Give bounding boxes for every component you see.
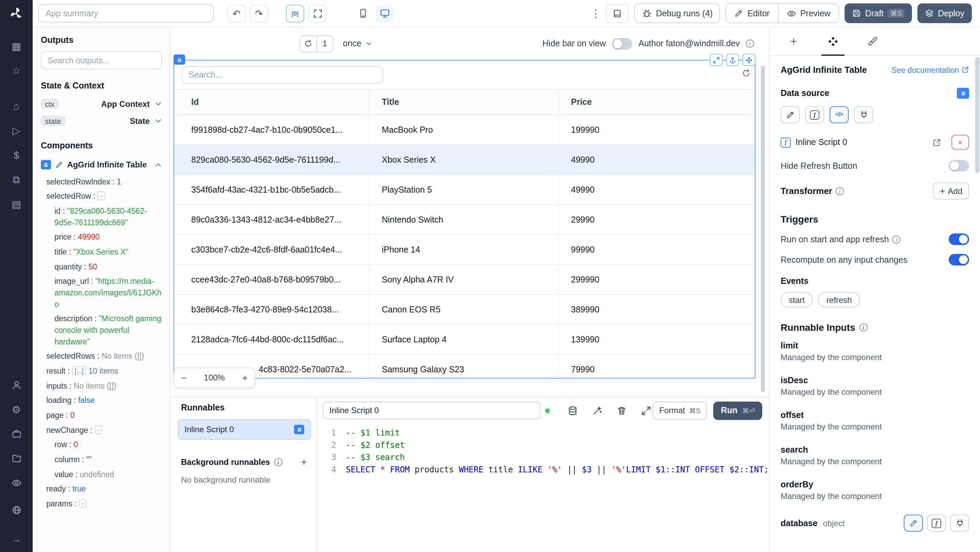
eye-icon[interactable] [11,477,22,488]
table-row[interactable]: 4c83-8022-5e70a07a2...Samsung Galaxy S23… [174,355,755,379]
event-chip-refresh[interactable]: refresh [818,292,860,308]
inline-script-row[interactable]: f Inline Script 0 × [781,135,969,150]
remove-script-button[interactable]: × [951,135,969,150]
user-icon[interactable] [11,379,22,390]
mobile-view-button[interactable] [354,5,372,22]
info-icon[interactable]: i [892,235,900,243]
pencil-icon[interactable] [55,161,63,169]
windmill-logo-icon[interactable] [9,6,24,21]
run-button[interactable]: Run ⌘⏎ [714,401,762,420]
column-header-id[interactable]: Id [174,90,369,115]
open-script-icon[interactable] [932,138,941,147]
zoom-out-button[interactable]: − [181,373,186,383]
output-quantity[interactable]: quantity : 50 [33,259,169,274]
more-menu-icon[interactable]: ⋮ [591,7,600,19]
ctx-row[interactable]: ctx App Context [33,95,169,112]
output-params[interactable]: params : - [33,496,169,511]
right-scrollbar[interactable] [975,57,979,173]
output-selectedRowIndex[interactable]: selectedRowIndex : 1 [33,174,169,189]
add-transformer-button[interactable]: + Add [933,182,969,199]
undo-button[interactable]: ↶ [227,5,246,22]
component-row[interactable]: a AgGrid Infinite Table [33,155,169,173]
output-id[interactable]: id : "829ca080-5630-4562-9d5e-7611199dc6… [33,204,169,230]
ai-wand-icon[interactable] [592,405,602,415]
table-row[interactable]: ccee43dc-27e0-40a8-b768-b09579b0...Sony … [174,265,755,295]
briefcase-icon[interactable] [11,428,22,439]
collapse-icon[interactable]: → [11,533,22,544]
output-value[interactable]: value : undefined [33,467,169,482]
output-description[interactable]: description : "Microsoft gaming console … [33,312,169,349]
expand-editor-icon[interactable] [641,405,651,415]
settings-icon[interactable]: ⚙ [11,404,22,415]
globe-icon[interactable] [11,504,22,515]
output-result[interactable]: result : [...] 10 items [33,364,169,379]
state-row[interactable]: state State [33,112,169,129]
add-background-runnable-button[interactable]: + [301,456,307,468]
runnable-item[interactable]: Inline Script 0 a [178,419,311,440]
info-icon[interactable]: i [859,323,867,331]
format-button[interactable]: Format ⌘S [652,401,707,420]
anchor-component-button[interactable] [726,54,739,66]
template-mode-button[interactable]: f [805,106,824,123]
board-icon[interactable]: ▦ [11,40,22,51]
event-chip-start[interactable]: start [781,292,813,308]
dollar-icon[interactable]: $ [11,149,22,160]
info-icon[interactable]: i [836,187,844,195]
tab-insert[interactable]: + [774,27,813,55]
output-price[interactable]: price : 49990 [33,230,169,244]
chevron-up-icon[interactable] [154,160,163,169]
tab-styling[interactable] [853,27,892,55]
output-selectedRow[interactable]: selectedRow : - [33,189,169,204]
draft-button[interactable]: Draft⌘S [845,3,912,23]
output-inputs[interactable]: inputs : No items ([]) [33,379,169,393]
output-ready[interactable]: ready : true [33,482,169,496]
static-mode-button[interactable] [781,106,800,123]
see-documentation-link[interactable]: See documentation [891,66,969,74]
table-row[interactable]: 2128adca-7fc6-44bd-800c-dc115df6ac...Sur… [174,325,755,355]
info-icon[interactable]: i [746,40,754,48]
debug-runs-button[interactable]: Debug runs (4) [634,3,721,23]
outputs-search-input[interactable] [41,51,162,69]
recompute-toggle[interactable] [949,254,969,266]
output-page[interactable]: page : 0 [33,408,169,423]
table-row[interactable]: 354f6afd-43ac-4321-b1bc-0b5e5adcb...Play… [174,175,755,205]
output-selectedRows[interactable]: selectedRows : No items ([]) [33,349,169,363]
output-column[interactable]: column : "" [33,452,169,467]
output-image_url[interactable]: image_url : "https://m.media-amazon.com/… [33,274,169,312]
component-tag[interactable]: a [173,54,185,65]
table-row[interactable]: 89c0a336-1343-4812-ac34-e4bb8e27...Ninte… [174,205,755,235]
apps-icon[interactable]: ⧉ [11,173,22,185]
script-name-input[interactable]: Inline Script 0 [323,402,540,419]
eval-mode-button[interactable]: </> [830,106,849,123]
redo-button[interactable]: ↷ [250,5,268,22]
calendar-icon[interactable]: ▤ [11,198,22,209]
static-mode-button[interactable] [904,515,923,531]
deploy-button[interactable]: Deploy [917,3,972,23]
hide-refresh-toggle[interactable] [949,160,969,172]
connect-mode-button[interactable] [854,106,873,123]
output-row[interactable]: row : 0 [33,437,169,452]
fullscreen-button[interactable] [308,5,327,22]
frequency-select[interactable]: once [343,39,372,48]
column-header-title[interactable]: Title [369,90,559,115]
desktop-view-button[interactable] [375,5,393,22]
delete-icon[interactable] [617,405,627,415]
database-icon[interactable] [568,405,578,415]
tab-component-settings[interactable] [813,27,853,55]
app-summary-input[interactable] [38,4,214,22]
docs-button[interactable] [606,4,629,23]
info-icon[interactable]: i [274,458,282,466]
hide-bar-toggle[interactable] [612,38,632,49]
output-loading[interactable]: loading : false [33,393,169,408]
table-row[interactable]: c303bce7-cb2e-42c6-8fdf-6aa01fc4e4...iPh… [174,235,755,265]
table-search-input[interactable] [182,66,383,84]
folder-icon[interactable] [11,453,22,463]
star-icon[interactable]: ☆ [11,65,22,76]
editor-tab[interactable]: Editor [726,4,778,22]
component-refresh-icon[interactable] [742,69,751,78]
template-mode-button[interactable]: f [927,515,946,531]
output-title[interactable]: title : "Xbox Series X" [33,245,169,259]
table-row[interactable]: b3e864c8-7fe3-4270-89e9-54c12038...Canon… [174,295,755,325]
aggrid-table-component[interactable]: IdTitlePrice f991898d-cb27-4ac7-b10c-0b9… [173,60,756,379]
refresh-count-control[interactable]: 1 [299,35,333,52]
